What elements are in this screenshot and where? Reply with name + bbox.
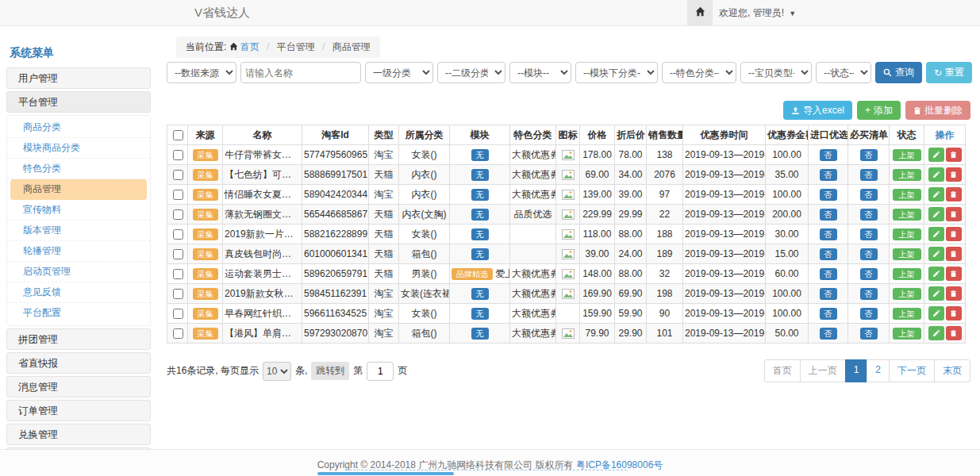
- status-badge[interactable]: 上架: [893, 209, 921, 221]
- breadcrumb-home-link[interactable]: 首页: [229, 41, 262, 52]
- search-button[interactable]: 查询: [875, 62, 922, 83]
- sidebar-item[interactable]: 拼团管理: [6, 328, 151, 350]
- select-all-checkbox[interactable]: [173, 130, 183, 140]
- sidebar-item[interactable]: 兑换管理: [6, 424, 151, 445]
- status-badge[interactable]: 上架: [893, 328, 921, 340]
- row-checkbox[interactable]: [173, 328, 183, 339]
- sidebar-subitem[interactable]: 特色分类: [7, 159, 150, 179]
- edit-button[interactable]: [928, 326, 944, 340]
- status-badge[interactable]: 上架: [893, 169, 921, 181]
- home-nav-button[interactable]: [687, 0, 713, 25]
- item-type-select[interactable]: --宝贝类型--: [740, 62, 812, 83]
- sidebar-subitem[interactable]: 意见反馈: [7, 282, 150, 303]
- import-select-toggle[interactable]: 否: [820, 209, 837, 221]
- status-badge[interactable]: 上架: [893, 228, 921, 240]
- level2-category-select[interactable]: --二级分类--: [437, 62, 505, 83]
- reset-button[interactable]: ↻ 重置: [926, 62, 972, 83]
- import-select-toggle[interactable]: 否: [820, 228, 837, 240]
- import-select-toggle[interactable]: 否: [820, 149, 837, 161]
- row-checkbox[interactable]: [173, 309, 183, 319]
- import-select-toggle[interactable]: 否: [820, 288, 837, 300]
- import-select-toggle[interactable]: 否: [820, 189, 837, 201]
- sidebar-item[interactable]: 订单管理: [6, 400, 151, 421]
- import-select-toggle[interactable]: 否: [820, 248, 837, 260]
- page-link[interactable]: 上一页: [800, 359, 846, 382]
- add-button[interactable]: + 添加: [857, 101, 901, 120]
- import-select-toggle[interactable]: 否: [820, 328, 837, 340]
- edit-button[interactable]: [928, 167, 944, 182]
- delete-button[interactable]: [946, 286, 962, 301]
- import-excel-button[interactable]: 导入excel: [783, 101, 852, 120]
- row-checkbox[interactable]: [173, 229, 183, 240]
- sidebar-item[interactable]: 用户管理: [6, 67, 151, 89]
- delete-button[interactable]: [946, 167, 962, 182]
- must-buy-toggle[interactable]: 否: [860, 209, 878, 221]
- status-badge[interactable]: 上架: [893, 308, 921, 320]
- page-link[interactable]: 2: [867, 359, 890, 382]
- edit-button[interactable]: [928, 207, 944, 221]
- sidebar-subitem[interactable]: 商品管理: [10, 179, 147, 200]
- must-buy-toggle[interactable]: 否: [860, 189, 878, 201]
- module-select[interactable]: --模块--: [509, 62, 571, 83]
- delete-button[interactable]: [946, 247, 962, 261]
- edit-button[interactable]: [928, 227, 944, 241]
- status-badge[interactable]: 上架: [893, 248, 921, 260]
- icp-link[interactable]: 粤ICP备16098006号: [576, 459, 663, 470]
- horizontal-scrollbar-thumb[interactable]: [317, 472, 454, 475]
- must-buy-toggle[interactable]: 否: [860, 328, 878, 340]
- sidebar-subitem[interactable]: 版本管理: [7, 221, 150, 241]
- jump-button[interactable]: 跳转到: [311, 362, 349, 380]
- sidebar-item[interactable]: 消息管理: [6, 376, 151, 397]
- page-current[interactable]: 1: [845, 359, 868, 382]
- edit-button[interactable]: [928, 148, 944, 162]
- feature-category-select[interactable]: --特色分类--: [662, 62, 736, 83]
- sidebar-item[interactable]: 省直快报: [6, 352, 151, 374]
- sidebar-item[interactable]: 平台管理: [6, 91, 151, 113]
- delete-button[interactable]: [946, 326, 962, 340]
- page-link[interactable]: 下一页: [889, 359, 935, 382]
- per-page-select[interactable]: 10: [263, 362, 291, 381]
- row-checkbox[interactable]: [173, 190, 183, 200]
- delete-button[interactable]: [946, 227, 962, 241]
- import-select-toggle[interactable]: 否: [820, 268, 837, 280]
- level1-category-select[interactable]: 一级分类: [365, 62, 433, 83]
- sidebar-subitem[interactable]: 平台配置: [7, 303, 150, 324]
- status-badge[interactable]: 上架: [893, 268, 921, 280]
- status-select[interactable]: --状态--: [816, 62, 871, 83]
- edit-button[interactable]: [928, 286, 944, 301]
- status-badge[interactable]: 上架: [893, 149, 921, 161]
- must-buy-toggle[interactable]: 否: [860, 169, 878, 181]
- breadcrumb-item[interactable]: 商品管理: [332, 41, 371, 52]
- status-badge[interactable]: 上架: [893, 288, 921, 300]
- import-select-toggle[interactable]: 否: [820, 308, 837, 320]
- delete-button[interactable]: [946, 207, 962, 221]
- must-buy-toggle[interactable]: 否: [860, 228, 878, 240]
- data-source-select[interactable]: --数据来源--: [167, 62, 236, 83]
- user-menu[interactable]: 欢迎您, 管理员! ▼: [719, 0, 796, 26]
- breadcrumb-item[interactable]: 平台管理: [277, 41, 315, 52]
- status-badge[interactable]: 上架: [893, 189, 921, 201]
- delete-button[interactable]: [946, 187, 962, 202]
- module-subcategory-select[interactable]: --模块下分类--: [575, 62, 658, 83]
- sidebar-subitem[interactable]: 模块商品分类: [7, 138, 150, 159]
- sidebar-subitem[interactable]: 商品分类: [7, 117, 150, 138]
- must-buy-toggle[interactable]: 否: [860, 248, 878, 260]
- import-select-toggle[interactable]: 否: [820, 169, 837, 181]
- must-buy-toggle[interactable]: 否: [860, 149, 878, 161]
- edit-button[interactable]: [928, 306, 944, 321]
- delete-button[interactable]: [946, 306, 962, 321]
- row-checkbox[interactable]: [173, 150, 183, 160]
- row-checkbox[interactable]: [173, 249, 183, 259]
- batch-delete-button[interactable]: 批量删除: [905, 101, 970, 120]
- page-link[interactable]: 末页: [934, 359, 970, 382]
- row-checkbox[interactable]: [173, 209, 183, 220]
- delete-button[interactable]: [946, 148, 962, 162]
- page-link[interactable]: 首页: [764, 359, 801, 382]
- sidebar-subitem[interactable]: 宣传物料: [7, 200, 150, 221]
- row-checkbox[interactable]: [173, 170, 183, 180]
- name-search-input[interactable]: [240, 62, 361, 83]
- row-checkbox[interactable]: [173, 269, 183, 279]
- row-checkbox[interactable]: [173, 289, 183, 299]
- edit-button[interactable]: [928, 267, 944, 281]
- must-buy-toggle[interactable]: 否: [860, 288, 878, 300]
